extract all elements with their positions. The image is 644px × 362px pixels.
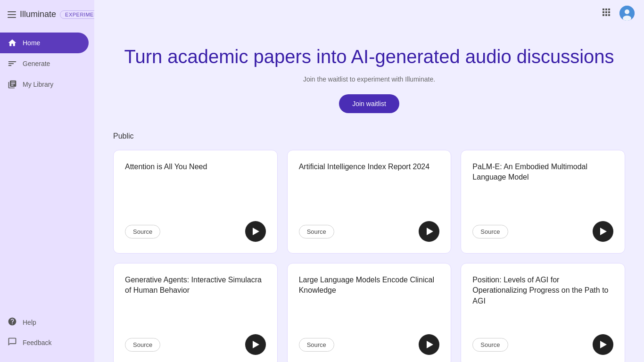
play-button[interactable] [245,334,266,355]
sidebar-item-feedback-label: Feedback [23,339,51,346]
feedback-icon [8,337,17,348]
sidebar-item-feedback[interactable]: Feedback [0,332,94,353]
play-button[interactable] [593,221,613,242]
user-avatar[interactable] [619,6,635,21]
sidebar-item-home[interactable]: Home [0,33,89,53]
source-button[interactable]: Source [299,225,334,239]
source-button[interactable]: Source [472,338,508,352]
sidebar-footer: Help Feedback [0,308,94,356]
card-agi-levels[interactable]: Position: Levels of AGI for Operationali… [461,263,625,362]
card-title: Attention is All You Need [125,162,266,214]
source-button[interactable]: Source [125,225,160,239]
svg-rect-2 [8,65,12,66]
sidebar-nav: Home Generate My Library [0,29,94,308]
play-button[interactable] [593,334,613,355]
join-waitlist-button[interactable]: Join waitlist [339,94,399,113]
card-title: Large Language Models Encode Clinical Kn… [299,275,440,327]
card-footer: Source [472,334,613,355]
main-content: Turn academic papers into AI-generated a… [94,0,644,362]
source-button[interactable]: Source [125,338,160,352]
sidebar-item-help[interactable]: Help [0,312,94,332]
svg-rect-1 [8,63,14,64]
sidebar: Illuminate EXPERIMENT Home Genera [0,0,94,362]
hamburger-icon[interactable] [8,11,16,18]
card-footer: Source [299,221,440,242]
card-generative-agents[interactable]: Generative Agents: Interactive Simulacra… [113,263,278,362]
hero-subtitle: Join the waitlist to experiment with Ill… [104,75,635,83]
app-logo: Illuminate [20,9,56,19]
source-button[interactable]: Source [299,338,334,352]
help-icon [8,317,17,328]
sidebar-item-generate[interactable]: Generate [0,53,89,74]
card-title: Generative Agents: Interactive Simulacra… [125,275,266,327]
home-icon [8,38,17,48]
sidebar-item-generate-label: Generate [23,60,50,67]
sidebar-item-library-label: My Library [23,81,53,88]
card-title: PaLM-E: An Embodied Multimodal Language … [472,162,613,214]
card-attention[interactable]: Attention is All You Need Source [113,150,278,254]
play-button[interactable] [419,334,439,355]
card-footer: Source [125,334,266,355]
topbar [94,0,644,26]
section-label: Public [113,132,625,140]
card-footer: Source [125,221,266,242]
card-footer: Source [472,221,613,242]
card-footer: Source [299,334,440,355]
apps-grid-icon[interactable] [601,7,612,20]
hero-title: Turn academic papers into AI-generated a… [104,45,635,68]
source-button[interactable]: Source [472,225,508,239]
logo-area: Illuminate EXPERIMENT [0,6,94,29]
svg-point-4 [625,9,629,14]
cards-grid: Attention is All You Need Source Artific… [113,150,625,362]
hero-section: Turn academic papers into AI-generated a… [94,26,644,127]
card-palm-e[interactable]: PaLM-E: An Embodied Multimodal Language … [461,150,625,254]
library-icon [8,80,17,89]
sidebar-item-library[interactable]: My Library [0,74,89,95]
sidebar-item-help-label: Help [23,319,36,326]
card-llm-clinical[interactable]: Large Language Models Encode Clinical Kn… [287,263,452,362]
public-section: Public Attention is All You Need Source … [94,127,644,362]
sidebar-item-home-label: Home [23,39,40,47]
generate-icon [8,59,17,68]
card-ai-index[interactable]: Artificial Intelligence Index Report 202… [287,150,452,254]
svg-rect-0 [8,61,17,62]
play-button[interactable] [245,221,266,242]
card-title: Position: Levels of AGI for Operationali… [472,275,613,327]
play-button[interactable] [419,221,439,242]
card-title: Artificial Intelligence Index Report 202… [299,162,440,214]
